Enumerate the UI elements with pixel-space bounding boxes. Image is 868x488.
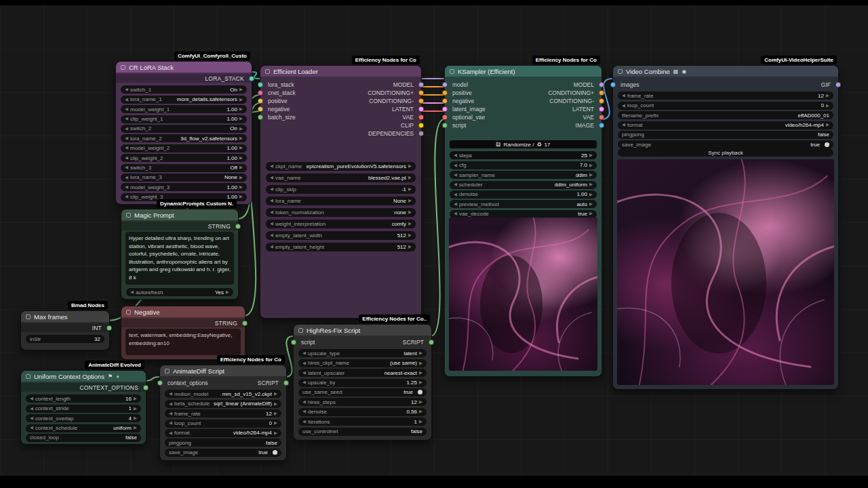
decrement-arrow-icon[interactable]: ◀	[169, 431, 172, 436]
negative-textarea[interactable]: text, watermark, embedding:EasyNegative,…	[125, 329, 241, 355]
increment-arrow-icon[interactable]: ▶	[408, 199, 412, 203]
port-dot-icon[interactable]	[599, 115, 604, 120]
widget-row[interactable]: ◀ hires_ckpt_name (use same) ▶	[298, 359, 427, 367]
node-efficient-loader[interactable]: Efficiency Nodes for Co Efficient Loader…	[260, 65, 422, 319]
collapse-icon[interactable]	[450, 69, 454, 74]
increment-arrow-icon[interactable]: ▶	[274, 392, 277, 396]
port-dot-icon[interactable]	[418, 123, 424, 128]
decrement-arrow-icon[interactable]: ◀	[125, 165, 128, 170]
widget-row[interactable]: ◀ steps 25 ▶	[450, 151, 597, 159]
widget-row[interactable]: ◀ motion_model mm_sd_v15_v2.ckpt ▶	[165, 390, 281, 398]
port-dot-icon[interactable]	[599, 98, 604, 104]
widget-row[interactable]: ◀ clip_weight_1 1.00 ▶	[121, 115, 247, 123]
node-header[interactable]: Negative	[121, 306, 245, 317]
widget-row[interactable]: ◀ context_stride 1 ▶	[26, 405, 141, 413]
increment-arrow-icon[interactable]: ▶	[408, 210, 412, 215]
widget-row[interactable]: ◀ switch_3 Off ▶	[121, 164, 247, 172]
decrement-arrow-icon[interactable]: ◀	[130, 290, 134, 295]
widget-row[interactable]: ◀ hires_steps 12 ▶	[298, 398, 427, 406]
port-dot-icon[interactable]	[106, 325, 112, 331]
widget-row[interactable]: ◀ switch_1 On ▶	[121, 85, 247, 94]
port-dot-icon[interactable]	[249, 76, 254, 81]
node-header[interactable]: AnimateDiff Script	[160, 365, 286, 376]
increment-arrow-icon[interactable]: ▶	[589, 192, 593, 197]
node-header[interactable]: Magic Prompt	[121, 209, 238, 220]
decrement-arrow-icon[interactable]: ◀	[270, 187, 273, 192]
widget-row[interactable]: ◀ use_same_seed true ▶	[298, 388, 427, 396]
port-dot-icon[interactable]	[429, 340, 434, 345]
node-cr-lora-stack[interactable]: ComfyUI_Comfyroll_Custo CR LoRA Stack LO…	[115, 61, 252, 205]
widget-row[interactable]: ◀ empty_latent_width 512 ▶	[266, 231, 416, 240]
increment-arrow-icon[interactable]: ▶	[274, 431, 277, 436]
widget-row[interactable]: ◀ pingpong false ▶	[618, 131, 833, 139]
eye-icon[interactable]: ◉	[682, 68, 686, 75]
randomize-seed-button[interactable]: ⚄ Randomize / ♻ 17	[450, 140, 597, 148]
decrement-arrow-icon[interactable]: ◀	[125, 107, 128, 112]
widget-row[interactable]: ◀ vae_decode true ▶	[450, 210, 597, 218]
decrement-arrow-icon[interactable]: ◀	[169, 392, 172, 396]
widget-row[interactable]: ◀ loop_count 0 ▶	[618, 102, 833, 110]
widget-row[interactable]: ◀ latent_upscaler nearest-exact ▶	[298, 369, 427, 377]
port-dot-icon[interactable]	[599, 106, 604, 112]
widget-row[interactable]: ◀ filename_prefix effAD000_01 ▶	[618, 111, 833, 119]
decrement-arrow-icon[interactable]: ◀	[454, 163, 457, 168]
increment-arrow-icon[interactable]: ▶	[239, 146, 243, 150]
increment-arrow-icon[interactable]: ▶	[408, 222, 412, 226]
widget-row[interactable]: ◀ format video/h264-mp4 ▶	[618, 121, 833, 129]
increment-arrow-icon[interactable]: ▶	[419, 371, 422, 375]
widget-row[interactable]: ◀ denoise 1.00 ▶	[450, 190, 597, 199]
decrement-arrow-icon[interactable]: ◀	[454, 202, 457, 207]
widget-row[interactable]: ◀ save_image true ▶	[165, 449, 281, 457]
node-header[interactable]: HighRes-Fix Script	[294, 325, 431, 336]
port-dot-icon[interactable]	[418, 115, 424, 120]
decrement-arrow-icon[interactable]: ◀	[270, 233, 273, 238]
port-dot-icon[interactable]	[835, 82, 841, 87]
node-header[interactable]: Video Combine ▦ ◉	[613, 66, 838, 77]
increment-arrow-icon[interactable]: ▶	[134, 426, 137, 430]
output-port[interactable]: STRING	[121, 319, 245, 327]
increment-arrow-icon[interactable]: ▶	[239, 195, 243, 199]
decrement-arrow-icon[interactable]: ◀	[622, 104, 625, 108]
decrement-arrow-icon[interactable]: ◀	[270, 245, 273, 249]
widget-row[interactable]: ◀ use_controlnet false ▶	[298, 428, 427, 436]
widget-row[interactable]: ◀ context_length 16 ▶	[26, 394, 141, 403]
widget-row[interactable]: ◀ save_image true ▶	[618, 140, 833, 148]
widget-row[interactable]: ◀ token_normalization none ▶	[266, 208, 416, 217]
increment-arrow-icon[interactable]: ▶	[589, 153, 593, 158]
node-header[interactable]: KSampler (Efficient)	[445, 66, 601, 77]
output-port[interactable]: CONTEXT_OPTIONS	[21, 383, 146, 392]
increment-arrow-icon[interactable]: ▶	[239, 136, 243, 141]
increment-arrow-icon[interactable]: ▶	[826, 123, 829, 127]
node-ksampler-efficient[interactable]: Efficiency Nodes for Co KSampler (Effici…	[444, 65, 602, 377]
output-port[interactable]: CLIP	[260, 121, 421, 129]
increment-arrow-icon[interactable]: ▶	[274, 421, 277, 426]
increment-arrow-icon[interactable]: ▶	[589, 211, 593, 216]
port-dot-icon[interactable]	[418, 106, 424, 112]
increment-arrow-icon[interactable]: ▶	[419, 380, 422, 385]
node-animatediff-script[interactable]: Efficiency Nodes for Co AnimateDiff Scri…	[159, 365, 287, 461]
collapse-icon[interactable]	[298, 328, 303, 333]
widget-row[interactable]: ◀ cfg 7.0 ▶	[450, 161, 597, 169]
widget-row[interactable]: ◀ context_schedule uniform ▶	[26, 424, 141, 432]
increment-arrow-icon[interactable]: ▶	[589, 182, 593, 187]
output-port[interactable]: VAE	[260, 113, 421, 121]
decrement-arrow-icon[interactable]: ◀	[302, 361, 306, 366]
increment-arrow-icon[interactable]: ▶	[134, 407, 137, 411]
widget-row[interactable]: ◀ frame_rate 12 ▶	[618, 92, 833, 100]
output-port[interactable]: MODEL	[445, 81, 601, 89]
decrement-arrow-icon[interactable]: ◀	[270, 199, 273, 203]
collapse-icon[interactable]	[165, 369, 170, 373]
output-port[interactable]: GIF	[613, 81, 838, 89]
port-dot-icon[interactable]	[418, 131, 424, 136]
node-uniform-context-options[interactable]: AnimateDiff Evolved Uniform Context Opti…	[20, 370, 146, 445]
output-port[interactable]: LATENT	[260, 105, 421, 113]
widget-row[interactable]: ◀ clip_skip -1 ▶	[266, 185, 416, 194]
widget-row[interactable]: ◀ preview_method auto ▶	[450, 200, 597, 208]
widget-row[interactable]: ◀ loop_count 0 ▶	[165, 420, 281, 428]
prompt-textarea[interactable]: Hyper detailed ultra sharp, trending on …	[125, 232, 234, 285]
increment-arrow-icon[interactable]: ▶	[589, 173, 593, 178]
widget-row[interactable]: ◀ context_overlap 4 ▶	[26, 414, 141, 422]
output-port[interactable]: LATENT	[445, 105, 601, 113]
widget-row[interactable]: ◀ denoise 0.56 ▶	[298, 408, 427, 416]
sync-playback-button[interactable]: Sync playback	[618, 148, 833, 157]
